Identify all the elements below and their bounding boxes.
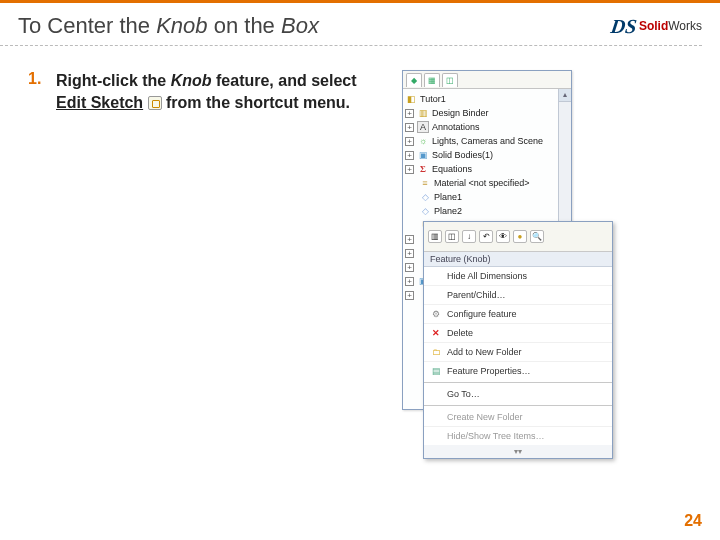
plane-icon: ◇ bbox=[419, 191, 431, 203]
menu-hide-show[interactable]: Hide/Show Tree Items… bbox=[424, 426, 612, 445]
equations-icon: Σ bbox=[417, 163, 429, 175]
material-icon: ≡ bbox=[419, 177, 431, 189]
menu-parent-child[interactable]: Parent/Child… bbox=[424, 285, 612, 304]
menu-hide-dimensions[interactable]: Hide All Dimensions bbox=[424, 267, 612, 285]
gear-icon: ⚙ bbox=[430, 308, 442, 320]
tab-config-icon[interactable]: ◫ bbox=[442, 73, 458, 87]
properties-icon: ▤ bbox=[430, 365, 442, 377]
ds-logo-icon: DS bbox=[611, 15, 637, 38]
plane-icon: ◇ bbox=[419, 205, 431, 217]
menu-delete[interactable]: ✕Delete bbox=[424, 323, 612, 342]
title-mid: on the bbox=[208, 13, 281, 38]
menu-goto[interactable]: Go To… bbox=[424, 385, 612, 403]
rollback-icon[interactable]: ↶ bbox=[479, 230, 493, 243]
part-icon: ◧ bbox=[405, 93, 417, 105]
feature-tree-panel: ◆ ▦ ◫ ◧ Tutor1 +▥Design Binder +AAnnotat… bbox=[402, 70, 572, 410]
step-1: 1. Right-click the Knob feature, and sel… bbox=[28, 70, 388, 113]
tree-item-material[interactable]: ≡Material <not specified> bbox=[405, 176, 569, 190]
edit-sketch-icon[interactable]: ◫ bbox=[445, 230, 459, 243]
annotation-icon: A bbox=[417, 121, 429, 133]
menu-expand-icon[interactable]: ▾▾ bbox=[424, 445, 612, 458]
context-menu: ▥ ◫ ↓ ↶ 👁 ● 🔍 Feature (Knob) Hide All Di… bbox=[423, 221, 613, 459]
menu-add-folder[interactable]: 🗀Add to New Folder bbox=[424, 342, 612, 361]
content: 1. Right-click the Knob feature, and sel… bbox=[0, 46, 720, 410]
brand-name: SolidWorks bbox=[639, 19, 702, 33]
tree-item-plane[interactable]: ◇Plane1 bbox=[405, 190, 569, 204]
tree-item[interactable]: +AAnnotations bbox=[405, 120, 569, 134]
edit-sketch-icon bbox=[148, 96, 162, 110]
blank-icon bbox=[430, 430, 442, 442]
folder-icon: 🗀 bbox=[430, 346, 442, 358]
tree-root[interactable]: ◧ Tutor1 bbox=[405, 92, 569, 106]
hide-icon[interactable]: 👁 bbox=[496, 230, 510, 243]
tab-property-icon[interactable]: ▦ bbox=[424, 73, 440, 87]
menu-new-folder[interactable]: Create New Folder bbox=[424, 408, 612, 426]
menu-separator bbox=[424, 382, 612, 383]
blank-icon bbox=[430, 388, 442, 400]
page-number: 24 bbox=[684, 512, 702, 530]
title-prefix: To Center the bbox=[18, 13, 156, 38]
delete-icon: ✕ bbox=[430, 327, 442, 339]
blank-icon bbox=[430, 270, 442, 282]
step-number: 1. bbox=[28, 70, 46, 113]
zoom-icon[interactable]: 🔍 bbox=[530, 230, 544, 243]
tree-item-plane[interactable]: ◇Plane2 bbox=[405, 204, 569, 218]
title-knob: Knob bbox=[156, 13, 207, 38]
context-menu-title: Feature (Knob) bbox=[424, 252, 612, 267]
solid-body-icon: ▣ bbox=[417, 149, 429, 161]
instructions: 1. Right-click the Knob feature, and sel… bbox=[28, 70, 388, 410]
title-box: Box bbox=[281, 13, 319, 38]
tree-item[interactable]: +▥Design Binder bbox=[405, 106, 569, 120]
blank-icon bbox=[430, 411, 442, 423]
menu-configure[interactable]: ⚙Configure feature bbox=[424, 304, 612, 323]
header: To Center the Knob on the Box DS SolidWo… bbox=[0, 3, 720, 45]
tree-item[interactable]: +ΣEquations bbox=[405, 162, 569, 176]
context-toolbar: ▥ ◫ ↓ ↶ 👁 ● 🔍 bbox=[424, 222, 612, 252]
folder-icon: ▥ bbox=[417, 107, 429, 119]
brand-logo: DS SolidWorks bbox=[611, 15, 702, 38]
suppress-icon[interactable]: ↓ bbox=[462, 230, 476, 243]
menu-separator bbox=[424, 405, 612, 406]
step-text: Right-click the Knob feature, and select… bbox=[56, 70, 388, 113]
tab-feature-tree-icon[interactable]: ◆ bbox=[406, 73, 422, 87]
appearance-icon[interactable]: ● bbox=[513, 230, 527, 243]
page-title: To Center the Knob on the Box bbox=[18, 13, 319, 39]
tree-item[interactable]: +▣Solid Bodies(1) bbox=[405, 148, 569, 162]
lights-icon: ☼ bbox=[417, 135, 429, 147]
panel-tabstrip: ◆ ▦ ◫ bbox=[403, 71, 571, 89]
menu-properties[interactable]: ▤Feature Properties… bbox=[424, 361, 612, 380]
edit-feature-icon[interactable]: ▥ bbox=[428, 230, 442, 243]
tree-item[interactable]: +☼Lights, Cameras and Scene bbox=[405, 134, 569, 148]
blank-icon bbox=[430, 289, 442, 301]
